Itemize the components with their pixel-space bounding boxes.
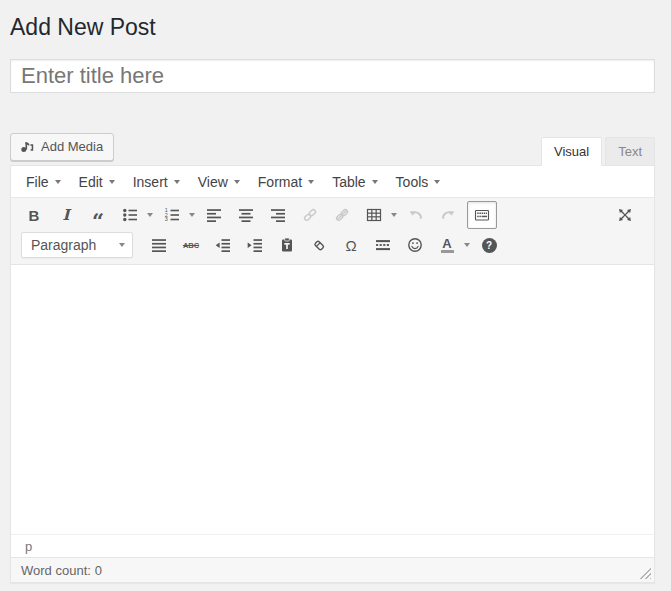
align-right-icon [270, 207, 286, 223]
editor-mode-tabs: Visual Text [541, 136, 655, 165]
align-center-button[interactable] [233, 202, 259, 228]
link-icon [302, 207, 318, 223]
align-justify-button[interactable] [146, 232, 172, 258]
menu-insert[interactable]: Insert [124, 166, 189, 197]
blockquote-icon: “ [92, 218, 104, 223]
editor-content-area[interactable] [11, 265, 654, 534]
read-more-icon [375, 237, 391, 253]
svg-text:3: 3 [165, 216, 168, 222]
chevron-down-icon [464, 243, 470, 247]
chevron-down-icon [147, 213, 153, 217]
keyboard-icon [474, 207, 490, 223]
add-media-label: Add Media [41, 139, 103, 154]
bold-icon: B [29, 207, 40, 224]
eraser-icon [311, 237, 327, 253]
outdent-button[interactable] [210, 232, 236, 258]
numbered-list-button[interactable]: 1 2 3 [159, 202, 195, 228]
remove-link-button[interactable] [329, 202, 355, 228]
menu-tools[interactable]: Tools [387, 166, 450, 197]
redo-icon [440, 207, 456, 223]
chevron-down-icon [434, 180, 440, 184]
paragraph-format-label: Paragraph [31, 237, 96, 253]
unlink-icon [334, 207, 350, 223]
paste-as-text-button[interactable] [274, 232, 300, 258]
outdent-icon [215, 237, 231, 253]
indent-icon [247, 237, 263, 253]
menu-table[interactable]: Table [323, 166, 386, 197]
numbered-list-icon: 1 2 3 [159, 202, 185, 228]
strikethrough-button[interactable]: ABC [178, 232, 204, 258]
clipboard-icon [279, 237, 295, 253]
menu-edit-label: Edit [79, 174, 103, 190]
editor-status-bar: Word count: 0 [11, 557, 654, 582]
undo-button[interactable] [403, 202, 429, 228]
chevron-down-icon [372, 180, 378, 184]
page-title: Add New Post [10, 13, 655, 42]
media-note-icon [19, 139, 35, 155]
menu-view[interactable]: View [189, 166, 249, 197]
resize-grippy[interactable] [638, 566, 651, 579]
menu-file[interactable]: File [17, 166, 70, 197]
bullet-list-button[interactable] [117, 202, 153, 228]
italic-button[interactable]: I [53, 202, 79, 228]
help-button[interactable]: ? [476, 232, 502, 258]
clear-formatting-button[interactable] [306, 232, 332, 258]
menu-view-label: View [198, 174, 228, 190]
add-new-post-page: Add New Post Add Media Visual Text File … [0, 0, 671, 583]
align-left-button[interactable] [201, 202, 227, 228]
bullet-list-icon [117, 202, 143, 228]
text-color-button[interactable]: A [434, 232, 470, 258]
menu-file-label: File [26, 174, 49, 190]
emoticons-button[interactable] [402, 232, 428, 258]
tab-text[interactable]: Text [605, 137, 655, 166]
menu-edit[interactable]: Edit [70, 166, 124, 197]
element-path-bar: p [11, 534, 654, 557]
text-color-bar [441, 250, 454, 253]
align-left-icon [206, 207, 222, 223]
strikethrough-icon: ABC [183, 241, 199, 250]
menu-format[interactable]: Format [249, 166, 323, 197]
editor-menubar: File Edit Insert View Format Table Tools [11, 166, 654, 198]
toolbar-row-2: Paragraph ABC [11, 230, 654, 260]
menu-tools-label: Tools [396, 174, 429, 190]
italic-icon: I [62, 206, 69, 224]
text-color-letter: A [442, 238, 451, 249]
align-right-button[interactable] [265, 202, 291, 228]
toolbar-row-1: B I “ 1 2 [11, 200, 654, 230]
fullscreen-button[interactable] [612, 202, 638, 228]
toolbar-toggle-button[interactable] [467, 201, 497, 229]
word-count-value: 0 [95, 563, 102, 578]
editor-header-row: Add Media Visual Text [10, 133, 655, 165]
add-media-button[interactable]: Add Media [10, 133, 114, 161]
table-button[interactable] [361, 202, 397, 228]
redo-button[interactable] [435, 202, 461, 228]
insert-link-button[interactable] [297, 202, 323, 228]
special-character-button[interactable]: Ω [338, 232, 364, 258]
menu-table-label: Table [332, 174, 365, 190]
text-color-icon: A [434, 232, 460, 258]
paragraph-format-dropdown[interactable]: Paragraph [21, 232, 133, 258]
expand-arrows-icon [617, 207, 633, 223]
chevron-down-icon [391, 213, 397, 217]
undo-icon [408, 207, 424, 223]
help-icon: ? [482, 238, 497, 253]
smiley-icon [407, 237, 423, 253]
table-icon [361, 202, 387, 228]
align-center-icon [238, 207, 254, 223]
align-justify-icon [151, 237, 167, 253]
chevron-down-icon [189, 213, 195, 217]
chevron-down-icon [174, 180, 180, 184]
chevron-down-icon [119, 243, 125, 247]
read-more-button[interactable] [370, 232, 396, 258]
element-path-item[interactable]: p [25, 539, 32, 554]
omega-icon: Ω [345, 237, 356, 254]
chevron-down-icon [55, 180, 61, 184]
bold-button[interactable]: B [21, 202, 47, 228]
tab-visual[interactable]: Visual [541, 137, 602, 166]
menu-format-label: Format [258, 174, 302, 190]
menu-insert-label: Insert [133, 174, 168, 190]
chevron-down-icon [308, 180, 314, 184]
indent-button[interactable] [242, 232, 268, 258]
blockquote-button[interactable]: “ [85, 202, 111, 228]
post-title-input[interactable] [10, 59, 655, 93]
